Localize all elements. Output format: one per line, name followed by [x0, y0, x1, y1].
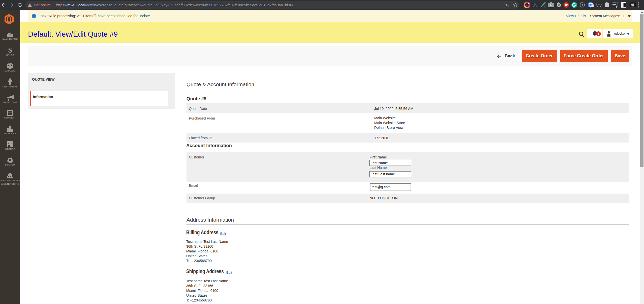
- svg-text:i: i: [34, 14, 35, 18]
